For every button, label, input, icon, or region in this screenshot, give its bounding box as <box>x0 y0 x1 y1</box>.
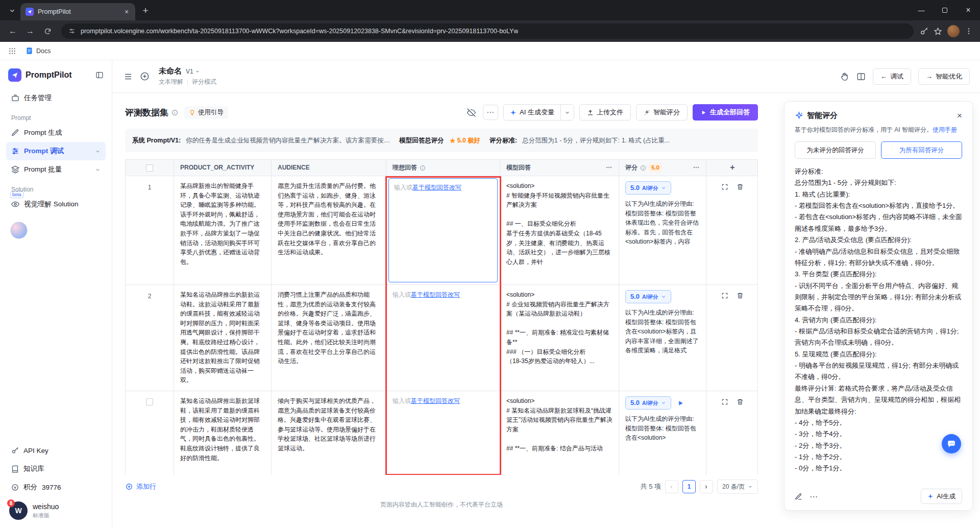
points-label: 积分 <box>23 483 37 492</box>
sidebar-item-task-management[interactable]: 任务管理 <box>6 89 106 107</box>
model-column-menu-icon[interactable]: ⋯ <box>606 163 612 173</box>
select-all-checkbox[interactable] <box>146 164 153 172</box>
score-dropdown[interactable]: 5.0 AI评分 <box>625 181 671 195</box>
delete-row-icon[interactable] <box>737 183 744 190</box>
reload-button[interactable] <box>40 23 55 39</box>
debug-button[interactable]: ← 调试 <box>873 68 911 85</box>
model-answer-cell[interactable]: <solution> # 某知名运动品牌新款篮球鞋及“挑战灌篮王”活动短视频营销… <box>500 391 619 475</box>
chevron-down-icon[interactable] <box>95 149 101 154</box>
info-icon[interactable] <box>420 165 426 171</box>
more-actions-button[interactable]: ⋯ <box>483 105 498 120</box>
smart-optimize-button[interactable]: → 智能优化 <box>918 68 970 85</box>
model-answer-cell[interactable]: <solution> # 智能健身手环短视频营销内容批量生产解决方案 ## 一、… <box>500 176 619 284</box>
expand-row-icon[interactable] <box>721 292 728 299</box>
rewrite-from-model-link[interactable]: 基于模型回答改写 <box>412 184 461 191</box>
model-answer-cell[interactable]: <solution> # 企业短视频营销内容批量生产解决方案（某运动品牌新款运动… <box>500 285 619 391</box>
tab-title: PromptPilot <box>38 8 118 15</box>
sidebar-collapse-icon[interactable] <box>95 71 104 79</box>
product-cell[interactable]: 某品牌新推出的智能健身手环，具备心率监测、运动轨迹记录、睡眠监测等多种功能。该手… <box>174 176 272 284</box>
score-value: 5.0 <box>630 183 640 193</box>
next-page-button[interactable] <box>700 480 713 493</box>
sidebar-item-points[interactable]: 积分 39776 <box>6 478 106 496</box>
delete-row-icon[interactable] <box>737 398 744 405</box>
product-cell[interactable]: 某知名运动品牌推出新款篮球鞋，该鞋采用了最新的缓震科技，能有效减轻运动时对脚部的… <box>174 391 272 475</box>
scoring-criteria-editor[interactable]: 评分标准: 总分范围为1 - 5分，评分规则如下: 1. 格式 (占比重要): … <box>795 166 962 484</box>
close-window-button[interactable]: × <box>957 0 980 20</box>
close-panel-icon[interactable]: × <box>957 111 962 120</box>
score-cell: 5.0 AI评分 以下为AI生成的评分理由: 模型回答整体: 模型回答包含在<s… <box>619 285 706 391</box>
forward-button[interactable]: → <box>22 23 38 39</box>
ideal-answer-cell[interactable]: 输入或基于模型回答改写 <box>386 176 500 284</box>
sidebar-item-vision-solution[interactable]: beta 视觉理解 Solution <box>6 195 106 213</box>
sidebar-item-prompt-batch[interactable]: Prompt 批量 <box>6 160 106 179</box>
bookmark-star-icon[interactable] <box>934 27 942 36</box>
ideal-answer-cell[interactable]: 输入或基于模型回答改写 <box>386 391 500 475</box>
score-unscored-tab[interactable]: 为未评分的回答评分 <box>795 141 876 159</box>
tab-close-icon[interactable]: × <box>122 7 131 16</box>
new-tab-button[interactable]: + <box>138 4 153 18</box>
generate-all-answers-button[interactable]: 生成全部回答 <box>693 104 758 121</box>
add-column-button[interactable]: + <box>706 160 758 176</box>
audience-cell[interactable]: 倾向于购买与篮球相关的优质产品，愿意为高品质的篮球装备支付较高价格。兴趣爱好集中… <box>272 391 386 475</box>
browser-profile-avatar[interactable] <box>947 25 960 37</box>
page-number[interactable]: 1 <box>682 480 696 493</box>
feedback-hand-icon[interactable] <box>840 72 849 81</box>
layout-columns-icon[interactable] <box>856 72 866 81</box>
url-bar[interactable]: promptpilot.volcengine.com/workbench/ta-… <box>61 23 914 39</box>
add-row-button[interactable]: 添加行 <box>125 482 156 491</box>
delete-row-icon[interactable] <box>737 292 744 299</box>
info-icon[interactable] <box>172 109 178 116</box>
ai-generate-variables-main[interactable]: AI 生成变量 <box>504 105 560 120</box>
add-circle-icon[interactable] <box>140 71 150 81</box>
rewrite-from-model-link[interactable]: 基于模型回答改写 <box>411 397 460 404</box>
sidebar-item-api-key[interactable]: API Key <box>6 441 106 460</box>
minimize-button[interactable]: — <box>910 0 933 20</box>
rewrite-from-model-link[interactable]: 基于模型回答改写 <box>411 291 460 298</box>
score-column-menu-icon[interactable]: ⋯ <box>693 163 700 173</box>
optimize-label: 智能优化 <box>936 72 962 81</box>
run-score-play-icon[interactable] <box>675 397 687 409</box>
user-manual-link[interactable]: 使用手册 <box>933 126 957 133</box>
expand-row-icon[interactable] <box>721 183 728 190</box>
usage-guide-button[interactable]: 使用引导 <box>184 106 228 119</box>
upload-file-button[interactable]: 上传文件 <box>579 104 631 121</box>
row-checkbox[interactable] <box>146 398 153 405</box>
system-prompt-bar[interactable]: 系统 Prompt/V1: 你的任务是生成企业短视频营销内容批量生产解决方案。该… <box>125 129 758 152</box>
version-selector[interactable]: V1 <box>186 68 200 75</box>
score-dropdown[interactable]: 5.0 AI评分 <box>625 396 671 410</box>
sidebar-item-prompt-generate[interactable]: Prompt 生成 <box>6 124 106 142</box>
score-all-tab[interactable]: 为所有回答评分 <box>881 141 962 159</box>
sidebar-item-knowledge-base[interactable]: 知识库 <box>6 460 106 478</box>
browser-menu-icon[interactable] <box>965 27 973 35</box>
menu-icon[interactable] <box>124 72 133 81</box>
prev-page-button[interactable] <box>665 480 678 493</box>
browser-tab[interactable]: PromptPilot × <box>20 3 135 20</box>
audience-cell[interactable]: 愿意为提升生活质量的产品付费。他们热衷于运动，如跑步、健身、游泳等，对科技产品也… <box>272 176 386 284</box>
ideal-answer-cell[interactable]: 输入或基于模型回答改写 <box>386 285 500 391</box>
audience-cell[interactable]: 消费习惯上注重产品的品质和功能性，愿意为优质的运动装备支付较高的价格。兴趣爱好广… <box>272 285 386 391</box>
ai-var-dropdown-chevron[interactable] <box>560 105 574 120</box>
ideal-answer-editor[interactable]: 输入或基于模型回答改写 <box>388 178 498 282</box>
assistant-avatar[interactable] <box>10 222 28 239</box>
smart-score-button[interactable]: 智能评分 <box>636 104 688 121</box>
product-cell[interactable]: 某知名运动品牌推出的新款运动鞋。这款运动鞋采用了最新的缓震科技，能有效减轻运动时… <box>174 285 272 391</box>
page-size-select[interactable]: 20 条/页 <box>717 480 758 494</box>
apps-grid-icon[interactable] <box>8 47 16 55</box>
user-account[interactable]: W 8 weishuo 标准版 <box>6 496 106 521</box>
panel-more-icon[interactable]: ⋯ <box>810 492 818 501</box>
chat-support-button[interactable] <box>942 434 961 453</box>
sidebar-item-prompt-debug[interactable]: Prompt 调试 <box>6 142 106 160</box>
expand-row-icon[interactable] <box>721 398 728 405</box>
maximize-button[interactable] <box>933 0 957 20</box>
info-icon[interactable] <box>640 165 646 171</box>
ai-generate-button[interactable]: AI生成 <box>921 489 962 504</box>
score-dropdown[interactable]: 5.0 AI评分 <box>625 290 671 303</box>
back-button[interactable]: ← <box>5 23 20 39</box>
edit-pencil-icon[interactable] <box>795 493 802 500</box>
chevron-down-icon[interactable] <box>95 167 101 173</box>
hide-column-eye-off-icon[interactable] <box>465 106 478 119</box>
site-info-icon[interactable] <box>68 28 76 35</box>
bookmark-docs[interactable]: Docs <box>26 47 51 55</box>
tab-search-button[interactable] <box>5 4 19 18</box>
password-key-icon[interactable] <box>920 27 928 36</box>
